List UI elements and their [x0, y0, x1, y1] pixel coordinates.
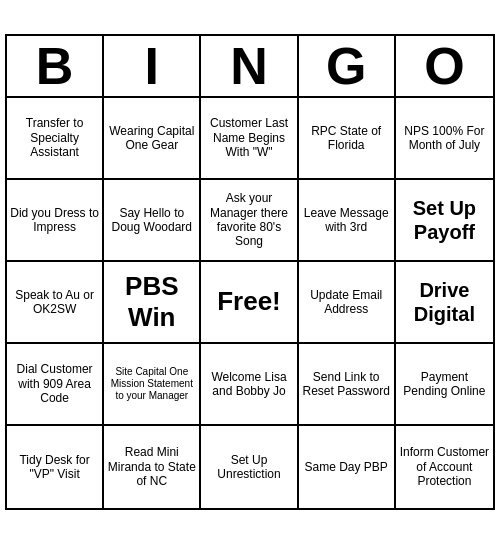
bingo-cell-13: Update Email Address: [299, 262, 396, 344]
bingo-letter-o: O: [396, 36, 493, 96]
bingo-header: BINGO: [7, 36, 493, 98]
bingo-cell-19: Payment Pending Online: [396, 344, 493, 426]
bingo-cell-9: Set Up Payoff: [396, 180, 493, 262]
bingo-cell-10: Speak to Au or OK2SW: [7, 262, 104, 344]
bingo-cell-24: Inform Customer of Account Protection: [396, 426, 493, 508]
bingo-cell-2: Customer Last Name Begins With "W": [201, 98, 298, 180]
bingo-cell-7: Ask your Manager there favorite 80's Son…: [201, 180, 298, 262]
bingo-cell-20: Tidy Desk for "VP" Visit: [7, 426, 104, 508]
bingo-letter-b: B: [7, 36, 104, 96]
bingo-cell-14: Drive Digital: [396, 262, 493, 344]
bingo-cell-4: NPS 100% For Month of July: [396, 98, 493, 180]
bingo-cell-11: PBS Win: [104, 262, 201, 344]
bingo-cell-6: Say Hello to Doug Woodard: [104, 180, 201, 262]
bingo-cell-17: Welcome Lisa and Bobby Jo: [201, 344, 298, 426]
bingo-cell-18: Send Link to Reset Password: [299, 344, 396, 426]
bingo-cell-15: Dial Customer with 909 Area Code: [7, 344, 104, 426]
bingo-cell-23: Same Day PBP: [299, 426, 396, 508]
bingo-card: BINGO Transfer to Specialty AssistantWea…: [5, 34, 495, 510]
bingo-letter-n: N: [201, 36, 298, 96]
bingo-letter-g: G: [299, 36, 396, 96]
bingo-cell-5: Did you Dress to Impress: [7, 180, 104, 262]
bingo-cell-3: RPC State of Florida: [299, 98, 396, 180]
bingo-cell-21: Read Mini Miranda to State of NC: [104, 426, 201, 508]
bingo-cell-22: Set Up Unrestiction: [201, 426, 298, 508]
bingo-cell-16: Site Capital One Mission Statement to yo…: [104, 344, 201, 426]
bingo-cell-12: Free!: [201, 262, 298, 344]
bingo-grid: Transfer to Specialty AssistantWearing C…: [7, 98, 493, 508]
bingo-cell-8: Leave Message with 3rd: [299, 180, 396, 262]
bingo-cell-1: Wearing Capital One Gear: [104, 98, 201, 180]
bingo-letter-i: I: [104, 36, 201, 96]
bingo-cell-0: Transfer to Specialty Assistant: [7, 98, 104, 180]
